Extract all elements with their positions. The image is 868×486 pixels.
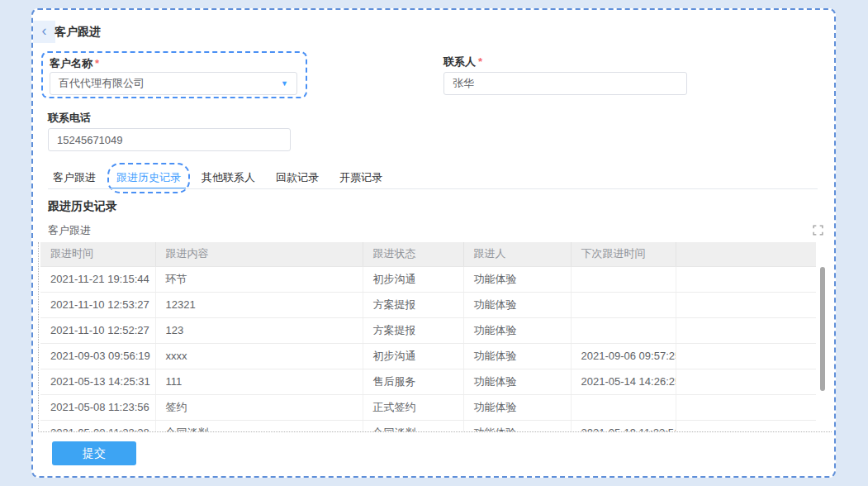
- table-header-row: 跟进时间跟进内容跟进状态跟进人下次跟进时间: [40, 242, 816, 266]
- required-asterisk: *: [95, 57, 99, 69]
- fullscreen-icon[interactable]: [813, 224, 824, 236]
- table-row: 2021-11-21 19:15:44环节初步沟通功能体验: [40, 266, 816, 292]
- table-cell: 初步沟通: [363, 343, 463, 369]
- table-cell: 功能体验: [463, 394, 571, 420]
- column-header-2: 跟进内容: [155, 242, 363, 266]
- chevron-down-icon[interactable]: ▼: [281, 73, 288, 94]
- table-row: 2021-09-03 09:56:19xxxx初步沟通功能体验2021-09-0…: [40, 343, 816, 369]
- table-cell: 功能体验: [463, 266, 571, 292]
- table-cell: 方案提报: [363, 317, 463, 343]
- table-cell: [571, 292, 676, 317]
- tabs: 客户跟进跟进历史记录其他联系人回款记录开票记录: [48, 167, 387, 189]
- table-cell: [676, 369, 816, 394]
- table-row: 2021-05-08 11:23:56签约正式签约功能体验: [40, 394, 816, 420]
- table-row: 2021-05-08 11:22:38合同谈判合同谈判功能体验2021-05-1…: [40, 420, 816, 432]
- tab-2-active[interactable]: 跟进历史记录: [111, 167, 186, 189]
- table-row: 2021-11-10 12:52:27123方案提报功能体验: [40, 317, 816, 343]
- table-cell: 2021-09-03 09:56:19: [40, 343, 155, 369]
- table-cell: 售后服务: [363, 369, 463, 394]
- table-cell: 2021-05-08 11:22:38: [40, 420, 155, 432]
- table-cell: xxxx: [155, 343, 363, 369]
- table-cell: 111: [155, 369, 363, 394]
- customer-name-field-group: 客户名称* 百代代理有限公司 ▼: [41, 51, 307, 98]
- table-cell: [676, 292, 816, 317]
- table-cell: 功能体验: [463, 369, 571, 394]
- table-cell: 2021-09-06 09:57:25: [571, 343, 676, 369]
- table-cell: 合同谈判: [155, 420, 363, 432]
- table-cell: 功能体验: [463, 317, 571, 343]
- table-cell: [571, 317, 676, 343]
- table-cell: [571, 266, 676, 292]
- table-cell: 初步沟通: [363, 266, 463, 292]
- contact-person-label: 联系人*: [443, 55, 482, 69]
- table-cell: 合同谈判: [363, 420, 463, 432]
- table-cell: 2021-11-10 12:53:27: [40, 292, 155, 317]
- customer-name-value: 百代代理有限公司: [59, 77, 145, 89]
- table-body: 2021-11-21 19:15:44环节初步沟通功能体验2021-11-10 …: [40, 266, 816, 432]
- table-cell: 功能体验: [463, 343, 571, 369]
- follow-up-history-table: 跟进时间跟进内容跟进状态跟进人下次跟进时间 2021-11-21 19:15:4…: [40, 242, 816, 432]
- table-cell: 2021-05-14 14:26:25: [571, 369, 676, 394]
- table-cell: 方案提报: [363, 292, 463, 317]
- customer-name-label: 客户名称*: [50, 56, 99, 71]
- table-cell: 2021-11-21 19:15:44: [40, 266, 155, 292]
- table-cell: 签约: [155, 394, 363, 420]
- table-cell: [676, 317, 816, 343]
- customer-name-select[interactable]: 百代代理有限公司 ▼: [50, 72, 297, 95]
- table-cell: [676, 420, 816, 432]
- history-section-title: 跟进历史记录: [48, 199, 117, 214]
- customer-name-label-text: 客户名称: [50, 57, 92, 69]
- table-cell: 2021-11-10 12:52:27: [40, 317, 155, 343]
- column-header-6: [676, 242, 816, 266]
- customer-follow-up-card: ‹ 客户跟进 客户名称* 百代代理有限公司 ▼ 联系人* 联系电话 客户跟进跟进…: [31, 8, 836, 478]
- column-header-3: 跟进状态: [363, 242, 463, 266]
- column-header-4: 跟进人: [463, 242, 571, 266]
- table-cell: [676, 343, 816, 369]
- tab-4[interactable]: 回款记录: [271, 167, 324, 189]
- contact-person-input[interactable]: [443, 72, 687, 95]
- column-header-1: 跟进时间: [40, 242, 155, 266]
- tabs-divider: [48, 188, 818, 189]
- table-cell: 12321: [155, 292, 363, 317]
- history-section-subtitle: 客户跟进: [48, 223, 91, 238]
- table-row: 2021-11-10 12:53:2712321方案提报功能体验: [40, 292, 816, 317]
- contact-person-label-text: 联系人: [443, 55, 476, 68]
- table-cell: 123: [155, 317, 363, 343]
- page-title: 客户跟进: [55, 21, 101, 43]
- table-row: 2021-05-13 14:25:31111售后服务功能体验2021-05-14…: [40, 369, 816, 394]
- tab-5[interactable]: 开票记录: [334, 167, 387, 189]
- table-cell: 正式签约: [363, 394, 463, 420]
- column-header-5: 下次跟进时间: [571, 242, 676, 266]
- table-cell: 环节: [155, 266, 363, 292]
- table-cell: [676, 394, 816, 420]
- vertical-scrollbar-thumb[interactable]: [820, 267, 825, 391]
- table-cell: 功能体验: [463, 420, 571, 432]
- table-cell: [676, 266, 816, 292]
- table-cell: 2021-05-08 11:23:56: [40, 394, 155, 420]
- back-icon[interactable]: ‹: [33, 21, 55, 43]
- table-cell: 2021-05-19 11:23:51: [571, 420, 676, 432]
- tab-1[interactable]: 客户跟进: [48, 167, 101, 189]
- tab-3[interactable]: 其他联系人: [197, 167, 260, 189]
- required-asterisk: *: [478, 55, 482, 68]
- contact-phone-label: 联系电话: [48, 111, 91, 126]
- table-cell: 功能体验: [463, 292, 571, 317]
- table-scroll-region: 跟进时间跟进内容跟进状态跟进人下次跟进时间 2021-11-21 19:15:4…: [38, 242, 832, 432]
- table-head: 跟进时间跟进内容跟进状态跟进人下次跟进时间: [40, 242, 816, 266]
- contact-phone-input[interactable]: [48, 128, 291, 151]
- table-cell: 2021-05-13 14:25:31: [40, 369, 155, 394]
- submit-button[interactable]: 提交: [52, 441, 136, 465]
- table-cell: [571, 394, 676, 420]
